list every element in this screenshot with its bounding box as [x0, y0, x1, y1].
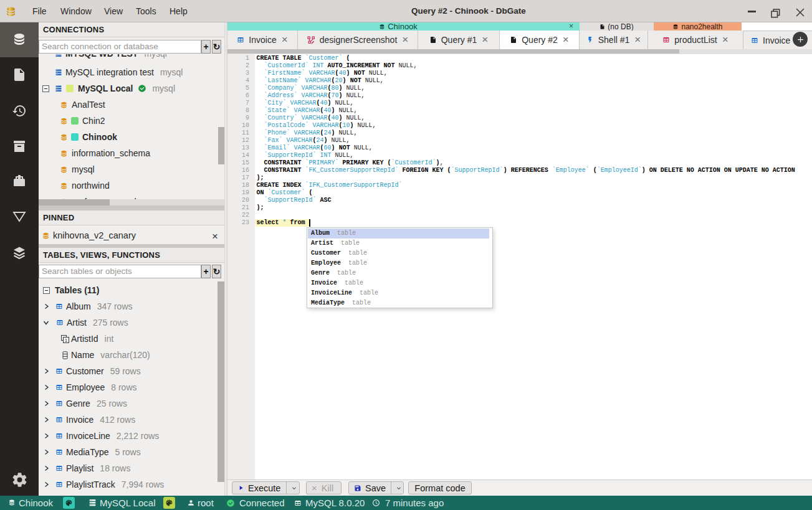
svg-text:1: 1	[65, 338, 68, 343]
